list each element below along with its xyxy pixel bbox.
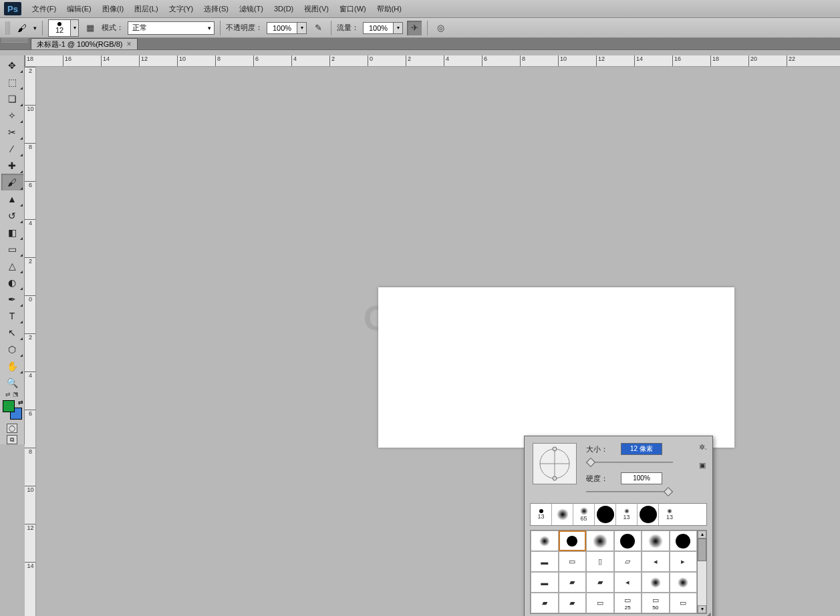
color-swatches[interactable]: ⇄ — [1, 399, 23, 421]
document-tab[interactable]: 未标题-1 @ 100%(RGB/8) × — [31, 38, 138, 49]
menu-file[interactable]: 文件(F) — [27, 1, 61, 17]
menu-3d[interactable]: 3D(D) — [269, 2, 299, 15]
opacity-field[interactable]: 100% — [267, 22, 297, 34]
brush-preset-cell[interactable] — [531, 530, 559, 551]
brush-preset-cell[interactable] — [559, 530, 587, 551]
screenmode-toggle[interactable]: ⧉ — [7, 435, 17, 444]
brush-preset[interactable]: 13 — [531, 504, 552, 525]
document-canvas[interactable] — [378, 287, 734, 448]
brush-preset-cell[interactable]: ▸ — [670, 551, 698, 572]
brush-panel-toggle-icon[interactable]: ▦ — [83, 21, 98, 35]
menu-text[interactable]: 文字(Y) — [164, 1, 199, 17]
brush-hardness-slider[interactable] — [586, 487, 673, 496]
brush-preset-cell[interactable] — [586, 530, 614, 551]
menu-layer[interactable]: 图层(L) — [129, 1, 163, 17]
tool-history-brush[interactable]: ↺ — [1, 207, 23, 224]
menu-view[interactable]: 视图(V) — [299, 1, 334, 17]
tool-zoom[interactable]: 🔍 — [1, 374, 23, 391]
tool-stamp[interactable]: ▲ — [1, 190, 23, 207]
brush-preset-cell[interactable] — [614, 530, 642, 551]
menu-filter[interactable]: 滤镜(T) — [234, 1, 269, 17]
resize-grip-icon[interactable]: ◢ — [706, 611, 711, 616]
brush-size-input[interactable]: 12 像素 — [621, 443, 662, 455]
foreground-color-swatch[interactable] — [3, 400, 15, 412]
brush-preset-cell[interactable]: ▭25 — [614, 593, 642, 613]
tool-eraser[interactable]: ◧ — [1, 224, 23, 241]
brush-preset-cell[interactable]: ◂ — [642, 551, 670, 572]
brush-preset-popup: ✲. ▣ 大小： 12 像素 硬度： 100% — [524, 436, 713, 616]
tool-brush[interactable]: 🖌 — [1, 174, 23, 190]
scroll-up-icon[interactable]: ▴ — [698, 530, 706, 538]
toolbox: ✥ ⬚ ❏ ✧ ✂ ⁄ ✚ 🖌 ▲ ↺ ◧ ▭ △ ◐ ✒ T ↖ ⬡ ✋ 🔍 … — [0, 55, 25, 444]
flow-field[interactable]: 100% — [363, 22, 394, 34]
menu-image[interactable]: 图像(I) — [97, 1, 129, 17]
tool-crop[interactable]: ✂ — [1, 124, 23, 140]
brush-preset-cell[interactable] — [670, 530, 698, 551]
brush-preset-cell[interactable]: ▰ — [559, 593, 587, 613]
opacity-chevron[interactable]: ▾ — [297, 22, 307, 34]
menu-select[interactable]: 选择(S) — [198, 1, 234, 17]
blend-mode-dropdown[interactable]: 正常 — [128, 21, 215, 35]
airbrush-toggle-icon[interactable]: ✈ — [407, 21, 422, 35]
tool-lasso[interactable]: ❏ — [1, 90, 23, 107]
tool-pen[interactable]: ✒ — [1, 291, 23, 307]
tool-dodge[interactable]: ◐ — [1, 274, 23, 291]
hardness-label: 硬度： — [586, 474, 614, 484]
options-grip[interactable] — [5, 21, 11, 35]
canvas-area[interactable]: GXIT ✲. ▣ 大小： 12 像素 硬度： 100% — [36, 67, 840, 616]
brush-preset-cell[interactable]: ▭ — [559, 551, 587, 572]
menu-window[interactable]: 窗口(W) — [334, 1, 372, 17]
preset-scrollbar[interactable]: ▴ ▾ — [697, 530, 706, 613]
brush-hardness-input[interactable]: 100% — [621, 472, 662, 484]
popup-settings-icon[interactable]: ✲. — [699, 443, 707, 452]
brush-preset[interactable] — [638, 504, 659, 525]
brush-preset-cell[interactable]: ▱ — [614, 551, 642, 572]
brush-preset-cell[interactable]: ▰ — [586, 572, 614, 593]
tool-quick-select[interactable]: ✧ — [1, 107, 23, 124]
brush-preset-cell[interactable]: ▯ — [586, 551, 614, 572]
quickmask-toggle[interactable]: ◯ — [7, 424, 17, 433]
tool-marquee[interactable]: ⬚ — [1, 73, 23, 90]
current-tool-icon[interactable]: 🖌 — [15, 21, 29, 35]
brush-preset-cell[interactable] — [642, 530, 670, 551]
brush-preset-cell[interactable]: ▭50 — [642, 593, 670, 613]
tool-eyedropper[interactable]: ⁄ — [1, 140, 23, 157]
tool-blur[interactable]: △ — [1, 257, 23, 274]
brush-preset-chevron[interactable]: ▾ — [71, 19, 79, 37]
tool-type[interactable]: T — [1, 307, 23, 324]
tool-shape[interactable]: ⬡ — [1, 341, 23, 357]
brush-angle-control[interactable] — [533, 443, 577, 484]
tablet-pressure-icon[interactable]: ◎ — [433, 21, 448, 35]
brush-preset-picker[interactable]: 12 — [48, 19, 71, 37]
menu-edit[interactable]: 编辑(E) — [61, 1, 97, 17]
menu-help[interactable]: 帮助(H) — [372, 1, 407, 17]
ruler-horizontal[interactable]: 181614121086420246810121416182022 — [25, 55, 840, 67]
brush-preset-cell[interactable]: ◂ — [614, 572, 642, 593]
brush-preset[interactable]: 13 — [616, 504, 638, 525]
tool-gradient[interactable]: ▭ — [1, 241, 23, 257]
brush-preset[interactable]: 65 — [573, 504, 595, 525]
tool-healing[interactable]: ✚ — [1, 157, 23, 174]
flow-chevron[interactable]: ▾ — [394, 22, 403, 34]
brush-preset[interactable]: 13 — [659, 504, 680, 525]
brush-preset-cell[interactable] — [642, 572, 670, 593]
tool-path-select[interactable]: ↖ — [1, 324, 23, 341]
brush-preset-cell[interactable]: ▰ — [531, 593, 559, 613]
brush-preset-cell[interactable] — [670, 572, 698, 593]
popup-new-preset-icon[interactable]: ▣ — [699, 461, 707, 470]
opacity-pressure-icon[interactable]: ✎ — [311, 21, 325, 35]
tool-move[interactable]: ✥ — [1, 57, 23, 73]
brush-preset-cell[interactable]: ▭ — [670, 593, 698, 613]
tab-grip[interactable] — [1, 38, 28, 43]
ruler-vertical[interactable]: 210864202468101214 — [25, 67, 36, 616]
tool-hand[interactable]: ✋ — [1, 357, 23, 374]
brush-preset-cell[interactable]: ▰ — [559, 572, 587, 593]
close-icon[interactable]: × — [127, 39, 132, 49]
brush-preset[interactable] — [595, 504, 616, 525]
brush-preset[interactable] — [552, 504, 573, 525]
brush-preset-cell[interactable]: ▬ — [531, 551, 559, 572]
swap-colors-icon[interactable]: ⇄ — [18, 399, 23, 406]
brush-preset-cell[interactable]: ▬ — [531, 572, 559, 593]
brush-size-slider[interactable] — [586, 458, 673, 467]
brush-preset-cell[interactable]: ▭ — [586, 593, 614, 613]
